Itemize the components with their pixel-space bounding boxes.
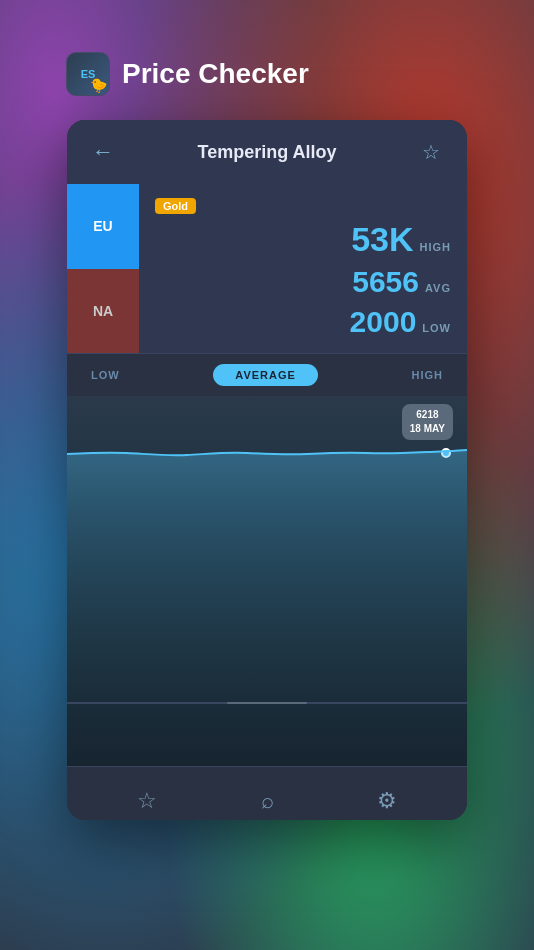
app-icon: ES — [66, 52, 110, 96]
toggle-average[interactable]: AVERAGE — [213, 364, 318, 386]
price-high-value: 53K — [351, 220, 413, 259]
price-low-label: LOW — [422, 322, 451, 334]
scroll-bar — [67, 702, 467, 704]
chart-svg — [67, 396, 467, 766]
toggle-section: LOW AVERAGE HIGH — [67, 354, 467, 396]
card-title: Tempering Alloy — [197, 142, 336, 163]
price-low-value: 2000 — [350, 305, 417, 339]
price-avg-row: 5656 AVG — [352, 265, 451, 299]
chart-section: 6218 18 MAY — [67, 396, 467, 766]
toggle-low[interactable]: LOW — [83, 365, 128, 385]
card-header: ← Tempering Alloy ☆ — [67, 120, 467, 184]
toggle-high[interactable]: HIGH — [403, 365, 451, 385]
gold-badge: Gold — [155, 198, 196, 214]
price-avg-value: 5656 — [352, 265, 419, 299]
back-button[interactable]: ← — [87, 136, 119, 168]
main-card: ← Tempering Alloy ☆ EU NA Gold 53K HIGH … — [67, 120, 467, 820]
top-bar: ES Price Checker — [66, 52, 309, 96]
region-tabs: EU NA — [67, 184, 139, 353]
nav-favorites[interactable]: ☆ — [127, 781, 167, 820]
bottom-nav: ☆ ⌕ ⚙ — [67, 766, 467, 820]
price-high-row: 53K HIGH — [351, 220, 451, 259]
price-low-row: 2000 LOW — [350, 305, 451, 339]
price-avg-label: AVG — [425, 282, 451, 294]
favorite-button[interactable]: ☆ — [415, 136, 447, 168]
price-section: EU NA Gold 53K HIGH 5656 AVG 2000 LOW — [67, 184, 467, 354]
region-tab-eu[interactable]: EU — [67, 184, 139, 269]
region-tab-na[interactable]: NA — [67, 269, 139, 354]
scroll-thumb — [227, 702, 307, 704]
nav-search[interactable]: ⌕ — [247, 781, 287, 820]
app-title: Price Checker — [122, 58, 309, 90]
price-high-label: HIGH — [420, 241, 452, 253]
nav-settings[interactable]: ⚙ — [367, 781, 407, 820]
price-info: Gold 53K HIGH 5656 AVG 2000 LOW — [139, 184, 467, 353]
app-icon-text: ES — [81, 68, 96, 80]
